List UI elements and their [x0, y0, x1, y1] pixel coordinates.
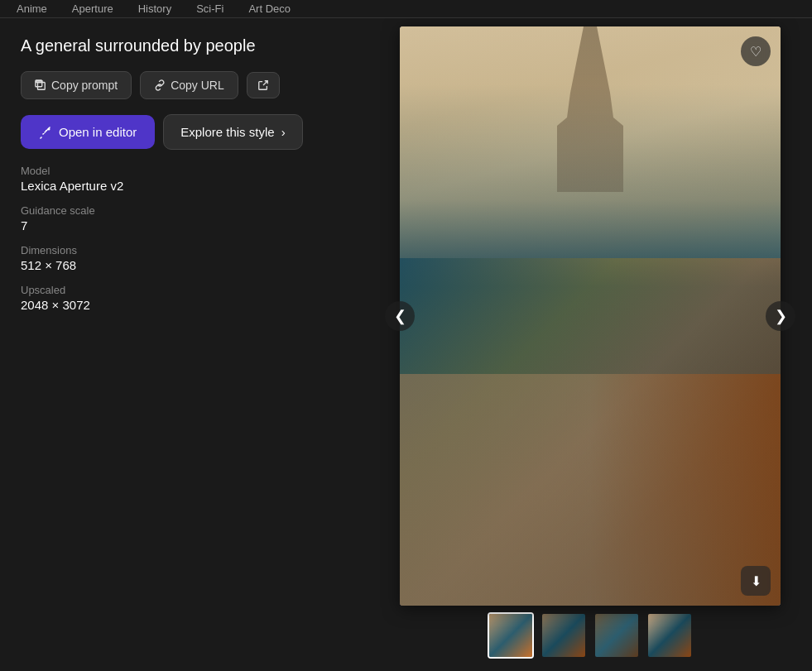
arrow-left-icon: ❮ — [394, 307, 406, 325]
thumbnail-strip — [488, 606, 693, 662]
model-info: Model Lexica Aperture v2 — [21, 165, 356, 193]
previous-image-button[interactable]: ❮ — [385, 301, 415, 331]
svg-rect-0 — [38, 83, 46, 90]
top-navigation: Anime Aperture History Sci-Fi Art Deco — [0, 0, 812, 18]
copy-url-button[interactable]: Copy URL — [140, 71, 238, 99]
external-link-icon — [257, 79, 269, 91]
crowd-layer — [400, 374, 781, 606]
guidance-info: Guidance scale 7 — [21, 204, 356, 232]
favorite-button[interactable]: ♡ — [741, 36, 771, 66]
prompt-title: A general surrounded by people — [21, 35, 356, 56]
main-image — [400, 26, 781, 606]
dimensions-value: 512 × 768 — [21, 258, 356, 272]
right-panel: ♡ ⬇ ❮ ❯ — [377, 18, 812, 671]
wand-icon — [39, 126, 52, 139]
guidance-label: Guidance scale — [21, 204, 356, 217]
nav-item-history[interactable]: History — [138, 2, 171, 15]
open-editor-button[interactable]: Open in editor — [21, 115, 155, 149]
model-value: Lexica Aperture v2 — [21, 179, 356, 193]
nav-item-artdeco[interactable]: Art Deco — [248, 2, 291, 15]
upscaled-value: 2048 × 3072 — [21, 298, 356, 312]
download-button[interactable]: ⬇ — [741, 566, 771, 596]
guidance-value: 7 — [21, 218, 356, 232]
heart-icon: ♡ — [750, 44, 762, 60]
copy-icon — [35, 79, 46, 91]
left-panel: A general surrounded by people Copy prom… — [0, 18, 377, 671]
nav-item-anime[interactable]: Anime — [17, 2, 47, 15]
arrow-right-icon: ❯ — [775, 307, 787, 325]
dimensions-info: Dimensions 512 × 768 — [21, 244, 356, 272]
thumbnail-1[interactable] — [488, 612, 534, 659]
explore-style-button[interactable]: Explore this style › — [163, 114, 302, 150]
main-image-container: ♡ ⬇ — [400, 26, 781, 606]
download-icon: ⬇ — [751, 573, 762, 589]
thumbnail-3[interactable] — [593, 612, 640, 659]
upscaled-label: Upscaled — [21, 284, 356, 296]
main-action-buttons: Open in editor Explore this style › — [21, 114, 356, 150]
thumbnail-2[interactable] — [541, 612, 587, 659]
main-content: A general surrounded by people Copy prom… — [0, 18, 812, 671]
dimensions-label: Dimensions — [21, 244, 356, 256]
action-buttons-row: Copy prompt Copy URL — [21, 71, 356, 99]
metadata-section: Model Lexica Aperture v2 Guidance scale … — [21, 165, 356, 312]
svg-point-2 — [48, 127, 50, 130]
upscaled-info: Upscaled 2048 × 3072 — [21, 284, 356, 312]
next-image-button[interactable]: ❯ — [766, 301, 795, 331]
link-icon — [154, 79, 166, 91]
nav-item-aperture[interactable]: Aperture — [72, 2, 113, 15]
thumbnail-4[interactable] — [646, 612, 693, 659]
chevron-right-icon: › — [281, 125, 286, 139]
copy-prompt-button[interactable]: Copy prompt — [21, 71, 132, 99]
nav-item-scifi[interactable]: Sci-Fi — [196, 2, 223, 15]
external-link-button[interactable] — [247, 72, 280, 98]
model-label: Model — [21, 165, 356, 177]
